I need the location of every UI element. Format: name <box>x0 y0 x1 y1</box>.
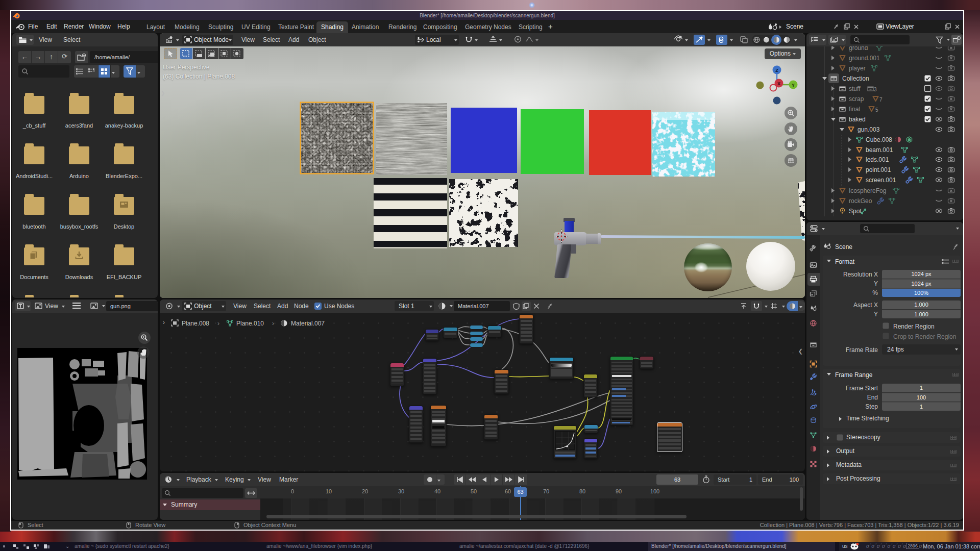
svg-text:Z: Z <box>775 68 778 73</box>
svg-text:X: X <box>777 81 780 86</box>
svg-text:Y: Y <box>792 83 795 88</box>
